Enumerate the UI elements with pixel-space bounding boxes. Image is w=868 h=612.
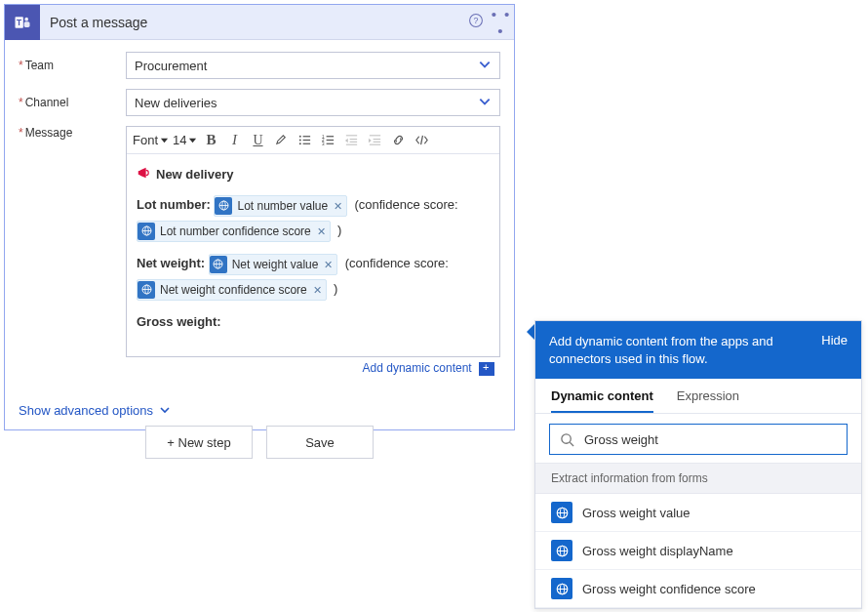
dc-tabs: Dynamic content Expression (535, 379, 861, 414)
remove-token-icon[interactable]: ✕ (313, 277, 322, 303)
dc-item[interactable]: Gross weight displayName (535, 532, 861, 570)
font-family-select[interactable]: Font (133, 130, 169, 151)
ai-builder-icon (551, 502, 572, 523)
rich-text-editor: Font 14 B I U 123 (126, 126, 500, 357)
token-lot-value[interactable]: Lot number value ✕ (214, 195, 347, 217)
search-icon (560, 432, 574, 447)
field-label-team: *Team (19, 59, 126, 72)
panel-pointer (527, 324, 534, 340)
underline-button[interactable]: U (248, 130, 267, 151)
chevron-down-icon (159, 404, 171, 416)
card-title: Post a message (40, 15, 463, 30)
dc-search-input[interactable] (582, 431, 837, 448)
svg-line-35 (570, 442, 573, 446)
card-header: T Post a message ? • • • (5, 5, 514, 40)
token-netw-value[interactable]: Net weight value ✕ (209, 254, 338, 275)
more-menu-icon[interactable]: • • • (489, 6, 514, 39)
remove-token-icon[interactable]: ✕ (324, 252, 333, 277)
editor-content[interactable]: New delivery Lot number: Lot number valu… (127, 154, 499, 356)
add-dynamic-content-link[interactable]: Add dynamic content (363, 361, 472, 375)
megaphone-icon (137, 166, 150, 183)
action-card: T Post a message ? • • • *Team Procureme… (4, 4, 515, 430)
save-button[interactable]: Save (266, 426, 374, 459)
highlight-button[interactable] (271, 130, 291, 151)
code-view-button[interactable] (412, 130, 431, 151)
svg-point-13 (299, 140, 301, 142)
dc-section-header: Extract information from forms (535, 463, 861, 494)
svg-point-11 (299, 136, 301, 138)
field-label-message: *Message (19, 126, 126, 140)
svg-text:3: 3 (322, 142, 325, 146)
link-button[interactable] (388, 130, 408, 151)
editor-toolbar: Font 14 B I U 123 (127, 127, 499, 154)
svg-text:T: T (17, 18, 21, 27)
font-size-select[interactable]: 14 (173, 130, 197, 151)
add-dynamic-content-row: Add dynamic content (126, 357, 500, 384)
italic-button[interactable]: I (224, 130, 244, 151)
token-lot-conf[interactable]: Lot number confidence score ✕ (137, 221, 331, 242)
ai-builder-icon (210, 256, 227, 273)
team-select-value: Procurement (135, 59, 207, 73)
dc-item[interactable]: Gross weight confidence score (535, 570, 861, 608)
new-step-button[interactable]: + New step (145, 426, 253, 459)
chevron-down-icon (478, 58, 492, 74)
remove-token-icon[interactable]: ✕ (334, 193, 342, 219)
message-line-lot: Lot number: Lot number value ✕ (confiden… (137, 192, 490, 243)
svg-marker-9 (161, 139, 168, 143)
dc-item-label: Gross weight displayName (582, 544, 733, 558)
remove-token-icon[interactable]: ✕ (317, 219, 326, 244)
dc-search-box[interactable] (549, 424, 848, 455)
dc-item[interactable]: Gross weight value (535, 494, 861, 532)
svg-marker-10 (189, 139, 196, 143)
dc-panel-hide-link[interactable]: Hide (821, 333, 848, 347)
outdent-button[interactable] (341, 130, 361, 151)
message-line-netw: Net weight: Net weight value ✕ (confiden… (137, 251, 490, 302)
field-label-channel: *Channel (19, 96, 126, 109)
tab-expression[interactable]: Expression (677, 388, 739, 413)
bullet-list-button[interactable] (295, 130, 314, 151)
svg-point-15 (299, 143, 301, 144)
indent-button[interactable] (365, 130, 384, 151)
svg-rect-6 (24, 21, 30, 27)
teams-icon: T (5, 5, 40, 40)
numbered-list-button[interactable]: 123 (318, 130, 337, 151)
chevron-down-icon (478, 95, 492, 111)
tab-dynamic-content[interactable]: Dynamic content (551, 388, 653, 413)
card-body: *Team Procurement *Channel New deliverie… (5, 40, 514, 399)
svg-point-34 (562, 433, 571, 442)
bold-button[interactable]: B (201, 130, 220, 151)
dynamic-content-panel: Add dynamic content from the apps and co… (534, 320, 862, 609)
ai-builder-icon (138, 281, 155, 299)
channel-select[interactable]: New deliveries (126, 89, 500, 116)
svg-line-33 (421, 136, 423, 144)
message-heading: New delivery (137, 166, 490, 183)
svg-point-5 (24, 17, 28, 20)
dc-item-label: Gross weight value (582, 506, 690, 520)
channel-select-value: New deliveries (135, 96, 217, 110)
add-dynamic-content-button[interactable] (479, 362, 494, 376)
ai-builder-icon (551, 540, 572, 561)
svg-marker-27 (345, 139, 348, 143)
footer-buttons: + New step Save (4, 426, 515, 459)
svg-marker-32 (369, 139, 372, 143)
ai-builder-icon (215, 197, 232, 215)
ai-builder-icon (138, 223, 155, 240)
dc-panel-header: Add dynamic content from the apps and co… (535, 321, 861, 379)
help-icon[interactable]: ? (463, 13, 489, 31)
message-line-grossw: Gross weight: (137, 309, 490, 335)
dc-item-label: Gross weight confidence score (582, 582, 756, 596)
ai-builder-icon (551, 578, 572, 599)
svg-text:?: ? (474, 16, 479, 25)
token-netw-conf[interactable]: Net weight confidence score ✕ (137, 279, 327, 301)
team-select[interactable]: Procurement (126, 52, 500, 79)
dc-panel-header-text: Add dynamic content from the apps and co… (549, 333, 811, 367)
